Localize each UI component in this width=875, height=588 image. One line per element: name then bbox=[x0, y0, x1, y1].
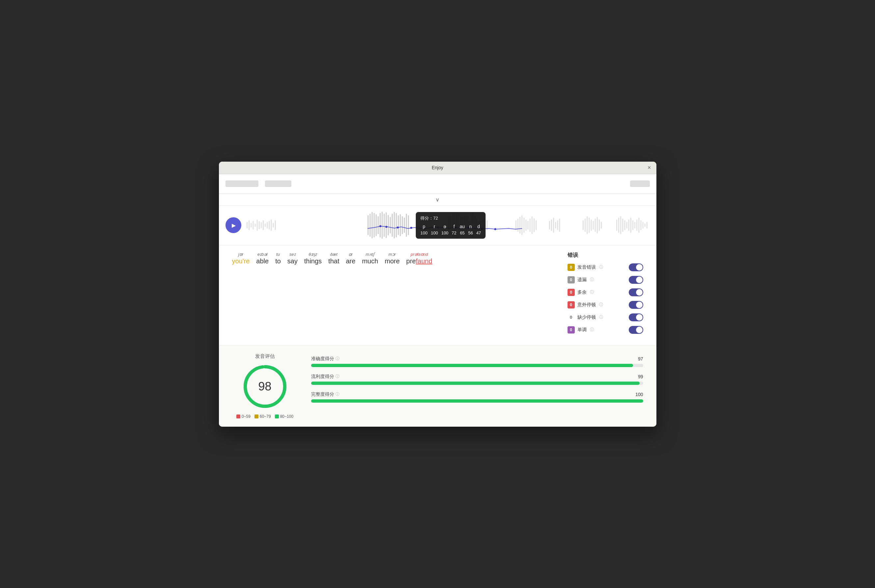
svg-point-100 bbox=[385, 226, 387, 228]
toggle-pronunciation[interactable] bbox=[629, 263, 643, 271]
svg-rect-25 bbox=[388, 215, 388, 236]
svg-rect-7 bbox=[261, 222, 261, 228]
svg-rect-34 bbox=[406, 214, 406, 237]
svg-rect-6 bbox=[258, 221, 259, 229]
toggle-monotone[interactable] bbox=[629, 326, 643, 334]
svg-rect-78 bbox=[593, 221, 593, 230]
legend-dot-red bbox=[236, 414, 240, 418]
svg-rect-92 bbox=[634, 222, 635, 228]
svg-rect-91 bbox=[632, 220, 633, 230]
svg-rect-95 bbox=[640, 220, 641, 230]
svg-rect-79 bbox=[595, 219, 595, 232]
error-left-2: 0 遗漏 ⓘ bbox=[568, 276, 594, 284]
error-info-pronunciation: ⓘ bbox=[599, 264, 603, 270]
svg-rect-16 bbox=[369, 214, 370, 237]
toggle-unexpected-pause[interactable] bbox=[629, 301, 643, 309]
svg-point-102 bbox=[410, 227, 412, 229]
bars-area: 准确度得分 ⓘ 97 流利度得分 ⓘ 99 bbox=[311, 353, 643, 403]
svg-rect-8 bbox=[263, 220, 264, 230]
lyrics-words: jʊr you're eɪbəl able tu to seɪ say θɪŋz… bbox=[232, 252, 558, 265]
svg-rect-77 bbox=[590, 220, 592, 231]
tooltip-phonemes: p 100 r 100 ə 100 f 72 bbox=[420, 224, 481, 236]
error-label-monotone: 单调 bbox=[577, 327, 587, 333]
svg-rect-93 bbox=[636, 220, 637, 231]
bar-accuracy-label: 准确度得分 ⓘ bbox=[311, 356, 339, 362]
accuracy-info-icon: ⓘ bbox=[336, 356, 339, 362]
error-label-pronunciation: 发音错误 bbox=[577, 264, 596, 270]
errors-title: 错误 bbox=[568, 252, 643, 259]
svg-rect-87 bbox=[624, 220, 625, 230]
collapse-bar[interactable]: ∨ bbox=[219, 194, 656, 206]
svg-rect-94 bbox=[638, 218, 639, 233]
svg-rect-89 bbox=[628, 220, 629, 231]
bar-accuracy-track bbox=[311, 364, 643, 367]
toggle-missing[interactable] bbox=[629, 276, 643, 284]
waveform-container: 得分：72 p 100 r 100 ə 100 bbox=[247, 210, 650, 240]
word-are: ɑr are bbox=[346, 252, 355, 265]
toggle-missing-pause[interactable] bbox=[629, 314, 643, 321]
word-things: θɪŋz things bbox=[304, 252, 322, 265]
error-row-monotone: 0 单调 ⓘ bbox=[568, 326, 643, 334]
svg-rect-20 bbox=[378, 216, 379, 234]
svg-rect-57 bbox=[517, 219, 518, 232]
legend-0-59: 0~59 bbox=[236, 414, 250, 419]
svg-rect-28 bbox=[394, 212, 395, 238]
play-button[interactable] bbox=[226, 217, 241, 233]
bar-fluency-label: 流利度得分 ⓘ bbox=[311, 374, 339, 380]
error-label-missing: 遗漏 bbox=[577, 277, 587, 283]
header-blurred-1 bbox=[226, 180, 258, 187]
phoneme-ə: ə 100 bbox=[441, 224, 448, 236]
svg-rect-65 bbox=[533, 218, 534, 232]
phoneme-p: p 100 bbox=[420, 224, 428, 236]
error-badge-pronunciation: 0 bbox=[568, 264, 575, 271]
svg-rect-97 bbox=[644, 224, 645, 227]
close-button[interactable]: × bbox=[647, 165, 651, 171]
legend-80-100: 80~100 bbox=[275, 414, 293, 419]
errors-panel: 错误 0 发音错误 ⓘ 0 遗漏 ⓘ bbox=[558, 252, 643, 339]
svg-rect-70 bbox=[555, 222, 556, 228]
svg-rect-27 bbox=[392, 214, 393, 237]
svg-rect-12 bbox=[271, 220, 271, 231]
toggle-extra[interactable] bbox=[629, 288, 643, 296]
bar-accuracy-header: 准确度得分 ⓘ 97 bbox=[311, 356, 643, 362]
error-row-missing: 0 遗漏 ⓘ bbox=[568, 276, 643, 284]
svg-rect-35 bbox=[408, 215, 409, 235]
svg-rect-75 bbox=[587, 216, 587, 234]
svg-rect-19 bbox=[376, 214, 377, 236]
phoneme-f: f 72 bbox=[452, 224, 456, 236]
svg-rect-76 bbox=[589, 218, 590, 233]
svg-rect-14 bbox=[274, 220, 276, 230]
svg-rect-64 bbox=[531, 216, 532, 234]
error-info-missing-pause: ⓘ bbox=[599, 314, 603, 320]
svg-rect-71 bbox=[557, 220, 558, 230]
svg-rect-73 bbox=[582, 220, 583, 230]
bar-fluency-value: 99 bbox=[638, 374, 643, 379]
svg-rect-56 bbox=[515, 220, 516, 230]
word-able: eɪbəl able bbox=[256, 252, 269, 265]
svg-point-108 bbox=[494, 228, 496, 230]
bar-completeness-value: 100 bbox=[635, 392, 643, 397]
waveform-section: 得分：72 p 100 r 100 ə 100 bbox=[219, 206, 656, 245]
phoneme-tooltip: 得分：72 p 100 r 100 ə 100 bbox=[416, 212, 485, 239]
svg-rect-26 bbox=[390, 217, 390, 233]
circle-title: 发音评估 bbox=[255, 353, 275, 360]
error-left-4: 0 意外停顿 ⓘ bbox=[568, 301, 603, 309]
window-title: Enjoy bbox=[432, 165, 443, 170]
error-badge-unexpected-pause: 0 bbox=[568, 301, 575, 309]
error-label-extra: 多余 bbox=[577, 290, 587, 296]
header-blurred-2 bbox=[265, 180, 291, 187]
svg-rect-88 bbox=[626, 222, 627, 228]
word-much: mʌtʃ much bbox=[362, 252, 378, 265]
header-blurred-3 bbox=[630, 180, 650, 187]
chevron-down-icon[interactable]: ∨ bbox=[436, 196, 439, 203]
svg-rect-31 bbox=[400, 214, 401, 236]
svg-rect-60 bbox=[523, 218, 524, 233]
svg-rect-3 bbox=[253, 221, 253, 230]
app-window: Enjoy × ∨ bbox=[219, 162, 656, 427]
svg-rect-4 bbox=[255, 224, 255, 227]
svg-rect-2 bbox=[250, 223, 252, 228]
svg-rect-22 bbox=[382, 212, 382, 239]
error-left-5: 0 缺少停顿 ⓘ bbox=[568, 314, 603, 321]
error-info-monotone: ⓘ bbox=[590, 327, 594, 333]
svg-rect-61 bbox=[525, 220, 526, 231]
